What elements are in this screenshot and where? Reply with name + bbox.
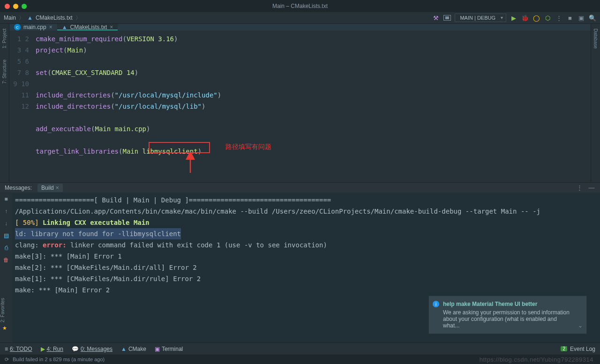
breadcrumb: Main 〉 ▲ CMakeLists.txt 〉 bbox=[4, 14, 81, 22]
database-tool-button[interactable]: Database bbox=[593, 26, 598, 52]
sync-icon[interactable]: ⟳ bbox=[5, 357, 9, 363]
run-controls: ⚒ MAIN | DEBUG ▶ 🐞 ◯ ⬡ ⋮ ■ ▣ 🔍 bbox=[432, 14, 596, 22]
annotation-text: 路径填写有问题 bbox=[225, 141, 271, 152]
run-config-select[interactable]: MAIN | DEBUG bbox=[455, 14, 506, 22]
editor-body[interactable]: 1 2 3 4 5 6 7 8 9 10 11 12 cmake_minimum… bbox=[9, 30, 591, 202]
close-icon[interactable]: × bbox=[49, 24, 52, 30]
status-text: Build failed in 2 s 829 ms (a minute ago… bbox=[13, 357, 105, 362]
more-icon[interactable]: ⋮ bbox=[555, 14, 562, 22]
run-tab[interactable]: ▶ 4: Run bbox=[41, 346, 63, 352]
search-icon[interactable]: 🔍 bbox=[589, 14, 596, 22]
main-row: 1: Project 7: Structure C main.cpp × ▲ C… bbox=[0, 24, 600, 182]
cmake-file-icon: ▲ bbox=[62, 24, 68, 30]
tab-cmakelists[interactable]: ▲ CMakeLists.txt × bbox=[57, 24, 118, 30]
bottom-tabs: ≡ 6: TODO ▶ 4: Run 💬 0: Messages ▲ CMake… bbox=[0, 342, 600, 355]
window-title: Main – CMakeLists.txt bbox=[272, 3, 328, 9]
trash-icon[interactable]: 🗑 bbox=[2, 256, 10, 264]
chevron-right-icon: 〉 bbox=[75, 14, 81, 22]
event-log-button[interactable]: 2 Event Log bbox=[561, 346, 595, 352]
up-arrow-icon[interactable]: ↑ bbox=[2, 208, 10, 215]
chevron-right-icon: 〉 bbox=[19, 14, 24, 22]
notification[interactable]: i help make Material Theme UI better We … bbox=[428, 296, 587, 334]
editor-tabs: C main.cpp × ▲ CMakeLists.txt × bbox=[9, 24, 591, 30]
run-icon[interactable]: ▶ bbox=[510, 14, 518, 22]
event-log-label: Event Log bbox=[570, 346, 595, 352]
breadcrumb-root[interactable]: Main bbox=[4, 15, 16, 21]
close-icon[interactable]: × bbox=[110, 24, 113, 30]
annotation-arrow bbox=[181, 153, 200, 174]
tab-main-cpp[interactable]: C main.cpp × bbox=[9, 24, 57, 30]
msg-line: make[2]: *** [CMakeFiles/Main.dir/all] E… bbox=[15, 264, 197, 271]
cpp-file-icon: C bbox=[14, 24, 21, 30]
minimize-window-button[interactable] bbox=[13, 4, 18, 9]
todo-tab[interactable]: ≡ 6: TODO bbox=[5, 346, 32, 352]
tab-label: CMakeLists.txt bbox=[70, 24, 107, 30]
editor-area: C main.cpp × ▲ CMakeLists.txt × 1 2 3 4 … bbox=[9, 24, 591, 182]
profile-icon[interactable]: ◯ bbox=[532, 14, 540, 22]
down-arrow-icon[interactable]: ↓ bbox=[2, 220, 10, 227]
left-tool-rail: 1: Project 7: Structure bbox=[0, 24, 9, 182]
messages-tab[interactable]: 💬 0: Messages bbox=[72, 346, 112, 352]
project-tool-button[interactable]: 1: Project bbox=[2, 26, 7, 51]
terminal-tab[interactable]: ▣ Terminal bbox=[155, 346, 183, 352]
notification-body: We are asking your permission to send in… bbox=[443, 309, 574, 329]
titlebar: Main – CMakeLists.txt bbox=[0, 0, 600, 12]
right-tool-rail: Database bbox=[591, 24, 600, 182]
cmake-tab[interactable]: ▲ CMake bbox=[121, 346, 146, 352]
chevron-down-icon[interactable]: ⌄ bbox=[578, 322, 583, 329]
traffic-lights bbox=[0, 4, 27, 9]
structure-tool-button[interactable]: 7: Structure bbox=[2, 57, 7, 87]
tab-label: main.cpp bbox=[23, 24, 46, 30]
notification-title: help make Material Theme UI better bbox=[443, 301, 574, 307]
star-icon[interactable]: ★ bbox=[0, 325, 9, 331]
msg-line-highlight: ld: library not found for -llibmysqlclie… bbox=[15, 228, 181, 239]
filter-icon[interactable]: ▤ bbox=[2, 232, 10, 239]
favorites-tool-button[interactable]: 2: Favorites bbox=[0, 295, 5, 325]
config-box-icon[interactable] bbox=[443, 14, 451, 22]
stop-icon[interactable]: ■ bbox=[566, 14, 574, 22]
attach-icon[interactable]: ⬡ bbox=[544, 14, 551, 22]
msg-line: make[3]: *** [Main] Error 1 bbox=[15, 253, 122, 260]
msg-line: make[1]: *** [CMakeFiles/Main.dir/rule] … bbox=[15, 275, 201, 282]
event-count-badge: 2 bbox=[561, 346, 567, 351]
navbar: Main 〉 ▲ CMakeLists.txt 〉 ⚒ MAIN | DEBUG… bbox=[0, 12, 600, 24]
code-content[interactable]: cmake_minimum_required(VERSION 3.16) pro… bbox=[36, 30, 591, 202]
maximize-window-button[interactable] bbox=[22, 4, 27, 9]
watermark: https://blog.csdn.net/Yubing792289314 bbox=[480, 356, 593, 363]
layout-icon[interactable]: ▣ bbox=[578, 14, 585, 22]
breadcrumb-file[interactable]: CMakeLists.txt bbox=[36, 15, 73, 21]
msg-line: /Applications/CLion.app/Contents/bin/cma… bbox=[15, 208, 540, 215]
export-icon[interactable]: ⎙ bbox=[2, 244, 10, 252]
cmake-file-icon: ▲ bbox=[27, 15, 33, 21]
close-window-button[interactable] bbox=[5, 4, 10, 9]
stop-icon[interactable]: ■ bbox=[2, 195, 10, 203]
msg-line: make: *** [Main] Error 2 bbox=[15, 286, 110, 294]
build-icon[interactable]: ⚒ bbox=[432, 14, 440, 22]
info-icon: i bbox=[433, 301, 439, 307]
gutter: 1 2 3 4 5 6 7 8 9 10 11 12 bbox=[9, 30, 36, 202]
left-fav-rail: 2: Favorites ★ bbox=[0, 295, 9, 331]
debug-icon[interactable]: 🐞 bbox=[521, 14, 529, 22]
